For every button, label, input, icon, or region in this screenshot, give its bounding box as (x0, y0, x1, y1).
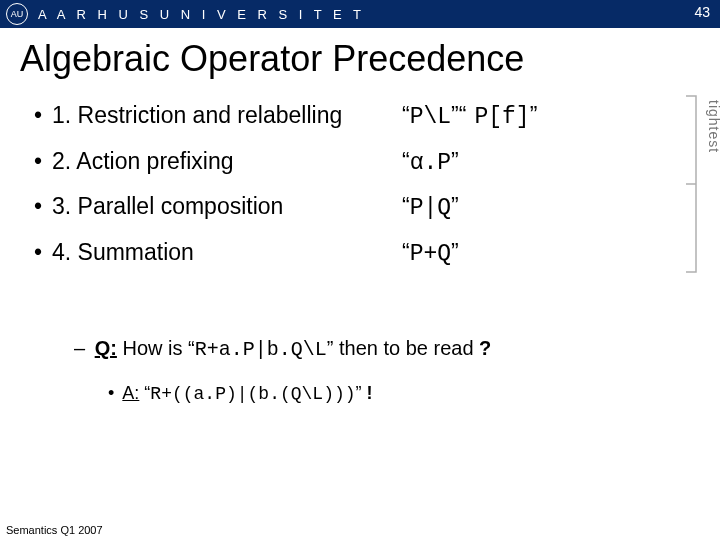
precedence-list: • 1. Restriction and relabelling “P\L” “… (34, 94, 694, 277)
a-expression: R+((a.P)|(b.(Q\L))) (150, 384, 355, 404)
op-desc: 3. Parallel composition (52, 185, 402, 229)
q-mark: ? (479, 337, 491, 359)
a-post: ” (356, 383, 367, 403)
university-seal-icon: AU (6, 3, 28, 25)
list-item: • 3. Parallel composition “P|Q” (34, 185, 694, 231)
bracket-label: tightest (706, 100, 720, 153)
op-desc: 2. Action prefixing (52, 140, 402, 184)
slide-title: Algebraic Operator Precedence (0, 28, 720, 94)
op-desc: 4. Summation (52, 231, 402, 275)
op-example-2: P[f] (474, 104, 529, 130)
op-example: P|Q (410, 187, 451, 231)
bullet-icon: • (34, 94, 52, 138)
op-example: P+Q (410, 233, 451, 277)
question-line: – Q: How is “R+a.P|b.Q\L” then to be rea… (74, 337, 694, 361)
answer-line: • A: “R+((a.P)|(b.(Q\L)))” ! (74, 383, 694, 404)
bullet-icon: • (34, 140, 52, 184)
op-desc: 1. Restriction and relabelling (52, 94, 402, 138)
header-bar: AU A A R H U S U N I V E R S I T E T 43 (0, 0, 720, 28)
bullet-icon: • (34, 231, 52, 275)
university-name: A A R H U S U N I V E R S I T E T (38, 7, 365, 22)
op-example: α.P (410, 142, 451, 186)
list-item: • 2. Action prefixing “α.P” (34, 140, 694, 186)
q-expression: R+a.P|b.Q\L (195, 338, 327, 361)
list-item: • 4. Summation “P+Q” (34, 231, 694, 277)
page-number: 43 (694, 4, 710, 20)
a-mark: ! (367, 383, 373, 403)
a-pre: “ (139, 383, 150, 403)
bullet-icon: • (34, 185, 52, 229)
qa-block: – Q: How is “R+a.P|b.Q\L” then to be rea… (34, 337, 694, 404)
list-item: • 1. Restriction and relabelling “P\L” “… (34, 94, 694, 140)
q-label: Q: (95, 337, 117, 359)
a-label: A: (122, 383, 139, 403)
seal-initials: AU (11, 9, 24, 19)
footer-text: Semantics Q1 2007 (6, 524, 103, 536)
op-example: P\L (410, 96, 451, 140)
q-pre: How is “ (117, 337, 195, 359)
q-post: ” then to be read (327, 337, 479, 359)
